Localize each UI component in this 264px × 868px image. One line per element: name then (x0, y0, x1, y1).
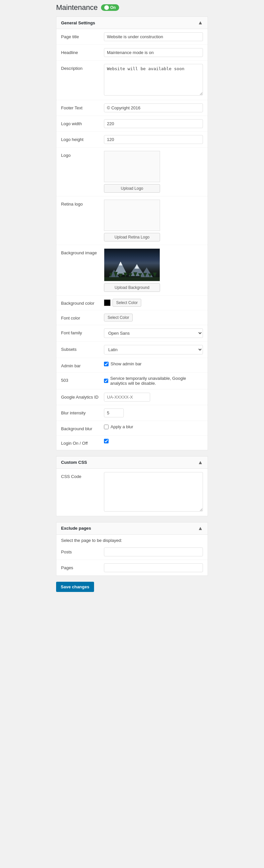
bg-image-label: Background image (61, 248, 104, 256)
headline-input[interactable] (104, 48, 203, 57)
bg-blur-checkbox[interactable] (104, 425, 109, 429)
pages-control (104, 563, 203, 572)
admin-bar-label: Admin bar (61, 361, 104, 369)
bg-blur-label: Background blur (61, 424, 104, 432)
description-row: Description Website will be available so… (56, 61, 208, 100)
subsets-select[interactable]: Latin Latin Extended Greek Cyrillic (104, 345, 203, 354)
ga-id-control (104, 393, 203, 402)
posts-label: Posts (61, 548, 104, 555)
page-title: Maintenance (56, 3, 98, 12)
blur-intensity-input[interactable] (104, 408, 124, 417)
save-button-area: Save changes (56, 582, 208, 592)
chevron-up-icon-exclude: ▲ (198, 526, 203, 531)
posts-control (104, 548, 203, 556)
login-onoff-control (104, 439, 203, 444)
description-textarea[interactable]: Website will be available soon (104, 64, 203, 96)
svg-rect-6 (104, 277, 160, 281)
retina-logo-preview (104, 199, 160, 231)
posts-row: Posts (56, 544, 208, 560)
exclude-pages-section: Exclude pages ▲ Select the page to be di… (56, 522, 208, 576)
bg-select-color-button[interactable]: Select Color (112, 299, 141, 307)
503-label: 503 (61, 376, 104, 383)
admin-bar-checkbox-label: Show admin bar (110, 361, 141, 366)
bg-blur-control: Apply a blur (104, 424, 203, 429)
headline-label: Headline (61, 48, 104, 56)
bg-image-inner (104, 249, 160, 281)
page-title-input[interactable] (104, 32, 203, 41)
general-settings-header[interactable]: General Settings ▲ (56, 17, 208, 29)
bg-color-swatch (104, 300, 110, 306)
chevron-up-icon-css: ▲ (198, 460, 203, 465)
upload-background-button[interactable]: Upload Background (104, 283, 160, 292)
503-control: Service temporarily unavailable, Google … (104, 376, 203, 386)
login-onoff-row: Login On / Off (56, 435, 208, 450)
blur-intensity-label: Blur intensity (61, 408, 104, 416)
font-family-select[interactable]: Open Sans Arial Georgia Verdana (104, 329, 203, 338)
login-onoff-checkbox[interactable] (104, 439, 109, 443)
bg-color-control: Select Color (104, 299, 203, 307)
admin-bar-control: Show admin bar (104, 361, 203, 366)
font-family-row: Font family Open Sans Arial Georgia Verd… (56, 325, 208, 342)
general-settings-title: General Settings (61, 21, 95, 25)
description-control: Website will be available soon (104, 64, 203, 96)
pages-row: Pages (56, 560, 208, 576)
bg-image-preview (104, 248, 160, 281)
posts-input[interactable] (104, 548, 203, 556)
pages-input-field[interactable] (104, 563, 203, 572)
save-changes-button[interactable]: Save changes (56, 582, 94, 592)
headline-row: Headline (56, 45, 208, 61)
css-code-row: CSS Code (56, 469, 208, 516)
logo-width-label: Logo width (61, 119, 104, 127)
chevron-up-icon: ▲ (198, 20, 203, 25)
description-label: Description (61, 64, 104, 71)
exclude-pages-body: Select the page to be displayed: Posts P… (56, 535, 208, 576)
font-color-row: Font color Select Color (56, 310, 208, 325)
admin-bar-row: Admin bar Show admin bar (56, 358, 208, 373)
admin-bar-checkbox-wrap: Show admin bar (104, 361, 203, 366)
login-onoff-label: Login On / Off (61, 439, 104, 446)
subsets-row: Subsets Latin Latin Extended Greek Cyril… (56, 342, 208, 358)
headline-control (104, 48, 203, 57)
retina-logo-control: Upload Retina Logo (104, 199, 203, 242)
retina-logo-label: Retina logo (61, 199, 104, 207)
bg-blur-checkbox-label: Apply a blur (110, 424, 133, 429)
bg-color-picker-row: Select Color (104, 299, 203, 307)
svg-marker-10 (124, 272, 127, 277)
logo-width-input[interactable] (104, 119, 203, 128)
pages-label: Pages (61, 563, 104, 571)
logo-control: Upload Logo (104, 151, 203, 193)
subsets-label: Subsets (61, 345, 104, 352)
ga-id-row: Google Analytics ID (56, 390, 208, 405)
svg-marker-3 (135, 264, 139, 269)
logo-height-input[interactable] (104, 135, 203, 144)
ga-id-input[interactable] (104, 393, 150, 402)
footer-text-input[interactable] (104, 103, 203, 112)
blur-intensity-row: Blur intensity (56, 405, 208, 421)
upload-retina-logo-button[interactable]: Upload Retina Logo (104, 233, 160, 242)
page-title-control (104, 32, 203, 41)
exclude-pages-header[interactable]: Exclude pages ▲ (56, 522, 208, 535)
503-checkbox[interactable] (104, 378, 108, 383)
font-family-control: Open Sans Arial Georgia Verdana (104, 329, 203, 338)
logo-label: Logo (61, 151, 104, 158)
503-checkbox-wrap: Service temporarily unavailable, Google … (104, 376, 203, 386)
custom-css-title: Custom CSS (61, 460, 87, 465)
logo-height-control (104, 135, 203, 144)
toggle-badge[interactable]: On (101, 4, 119, 11)
blur-intensity-control (104, 408, 203, 417)
admin-bar-checkbox[interactable] (104, 362, 109, 366)
svg-marker-9 (118, 273, 123, 277)
logo-width-row: Logo width (56, 116, 208, 132)
font-color-label: Font color (61, 314, 104, 321)
mountain-svg (104, 258, 160, 281)
font-select-color-button[interactable]: Select Color (104, 314, 133, 321)
css-code-textarea[interactable] (104, 472, 203, 512)
upload-logo-button[interactable]: Upload Logo (104, 184, 160, 193)
svg-marker-16 (153, 272, 157, 277)
toggle-label: On (110, 5, 116, 10)
toggle-circle (104, 5, 109, 10)
custom-css-header[interactable]: Custom CSS ▲ (56, 457, 208, 469)
general-settings-section: General Settings ▲ Page title Headline D… (56, 17, 208, 450)
retina-logo-row: Retina logo Upload Retina Logo (56, 196, 208, 245)
css-code-control (104, 472, 203, 513)
